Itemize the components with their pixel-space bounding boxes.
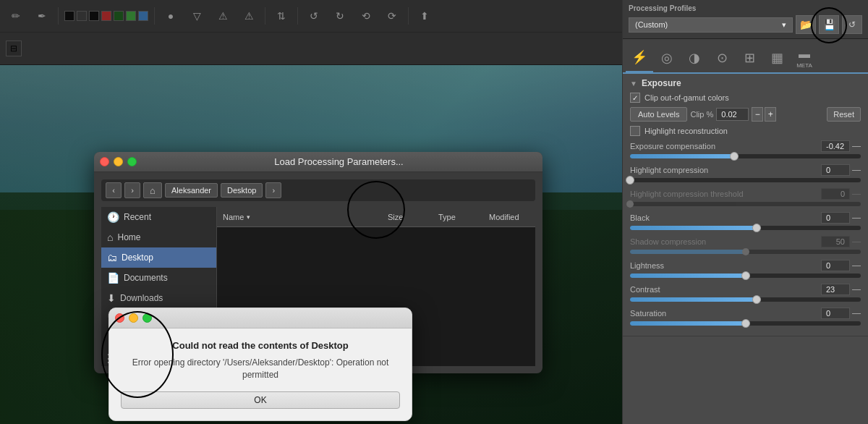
- contrast-value-row: 23 —: [821, 284, 861, 295]
- sc-track[interactable]: [630, 250, 861, 254]
- sc-label: Shadow compression: [630, 237, 706, 246]
- saturation-track[interactable]: [630, 321, 861, 326]
- hc-label: Highlight compression: [630, 166, 708, 174]
- nav-back-btn[interactable]: ‹: [106, 182, 122, 198]
- black-fill: [630, 226, 757, 230]
- auto-levels-row: Auto Levels Clip % 0.02 − + Reset: [630, 107, 861, 122]
- error-ok-btn[interactable]: OK: [121, 391, 400, 409]
- clip-colors-checkbox[interactable]: [630, 93, 640, 103]
- sidebar-item-recent[interactable]: 🕐 Recent: [101, 207, 216, 227]
- saturation-row: Saturation 0 —: [630, 308, 861, 326]
- contrast-expand[interactable]: —: [852, 284, 861, 294]
- hct-label: Highlight compression threshold: [630, 190, 744, 198]
- contrast-thumb[interactable]: [752, 295, 761, 304]
- tab-lens[interactable]: ⊙: [708, 43, 736, 72]
- black-thumb[interactable]: [752, 224, 761, 232]
- highlight-recon-checkbox[interactable]: [630, 126, 640, 136]
- exposure-comp-thumb[interactable]: [730, 152, 739, 161]
- lightness-value: 0: [821, 260, 850, 271]
- saturation-expand[interactable]: —: [852, 308, 861, 318]
- exposure-title: Exposure: [642, 78, 681, 88]
- exposure-comp-track[interactable]: [630, 154, 861, 158]
- lightness-row: Lightness 0 —: [630, 260, 861, 278]
- section-collapse-icon[interactable]: ▼: [630, 80, 637, 88]
- clip-pct-label: Clip %: [690, 110, 713, 119]
- contrast-label-row: Contrast 23 —: [630, 284, 861, 295]
- lightness-track[interactable]: [630, 274, 861, 278]
- sidebar-home-label: Home: [117, 232, 140, 242]
- error-dialog: Could not read the contents of Desktop E…: [109, 308, 412, 421]
- contrast-track[interactable]: [630, 297, 861, 302]
- sidebar-item-home[interactable]: ⌂ Home: [101, 227, 216, 247]
- panel-content: ▼ Exposure Clip out-of-gamut colors Auto…: [623, 74, 868, 424]
- error-close-btn[interactable]: [115, 313, 124, 323]
- col-name-header[interactable]: Name ▾: [217, 213, 383, 221]
- hct-expand[interactable]: —: [852, 189, 861, 199]
- nav-location-aleksander[interactable]: Aleksander: [165, 183, 218, 198]
- hct-value-row: 0 —: [821, 188, 861, 200]
- close-window-btn[interactable]: [100, 157, 109, 166]
- hc-track[interactable]: [630, 178, 861, 182]
- tab-detail[interactable]: ◎: [653, 43, 681, 72]
- hct-label-row: Highlight compression threshold 0 —: [630, 188, 861, 200]
- tab-grid[interactable]: ▦: [763, 43, 791, 72]
- nav-home-btn[interactable]: ⌂: [143, 182, 162, 198]
- tab-exposure[interactable]: ⚡: [626, 43, 653, 72]
- reset-profile-btn[interactable]: ↺: [842, 15, 862, 34]
- error-minimize-btn[interactable]: [129, 313, 138, 323]
- black-track[interactable]: [630, 226, 861, 230]
- error-titlebar: [109, 308, 412, 328]
- hct-thumb[interactable]: [626, 200, 634, 208]
- error-maximize-btn[interactable]: [142, 313, 152, 323]
- col-size-header[interactable]: Size: [383, 213, 434, 221]
- maximize-window-btn[interactable]: [127, 157, 137, 166]
- saturation-value-row: 0 —: [821, 308, 861, 319]
- save-profile-btn[interactable]: 💾: [819, 15, 839, 34]
- desktop-icon: 🗂: [107, 252, 117, 263]
- auto-levels-btn[interactable]: Auto Levels: [630, 107, 687, 122]
- tab-meta[interactable]: ▬ META: [791, 43, 818, 72]
- sidebar-item-desktop[interactable]: 🗂 Desktop: [101, 247, 216, 268]
- folder-open-btn[interactable]: 📂: [796, 15, 816, 34]
- sc-value-row: 50 —: [821, 236, 861, 247]
- reset-btn[interactable]: Reset: [827, 107, 861, 122]
- sidebar-item-documents[interactable]: 📄 Documents: [101, 268, 216, 288]
- profiles-dropdown[interactable]: (Custom) ▾: [629, 17, 793, 33]
- black-value: 0: [821, 212, 850, 224]
- lightness-thumb[interactable]: [741, 271, 750, 280]
- error-heading: Could not read the contents of Desktop: [121, 340, 400, 351]
- saturation-fill: [630, 321, 746, 326]
- hc-expand[interactable]: —: [852, 165, 861, 175]
- tab-color[interactable]: ◑: [681, 43, 708, 72]
- clip-plus-btn[interactable]: +: [765, 107, 776, 122]
- profiles-controls: (Custom) ▾ 📂 💾 ↺: [629, 15, 862, 34]
- sc-expand[interactable]: —: [852, 237, 861, 247]
- saturation-label-row: Saturation 0 —: [630, 308, 861, 319]
- minimize-window-btn[interactable]: [114, 157, 123, 166]
- black-row: Black 0 —: [630, 212, 861, 230]
- nav-forward-btn[interactable]: ›: [124, 182, 140, 198]
- lightness-label: Lightness: [630, 261, 664, 270]
- nav-next-btn[interactable]: ›: [265, 182, 281, 198]
- clip-value-box: 0.02: [716, 108, 749, 121]
- clip-minus-btn[interactable]: −: [752, 107, 763, 122]
- sc-thumb[interactable]: [742, 248, 749, 255]
- exposure-comp-label: Exposure compensation: [630, 142, 715, 150]
- col-modified-header[interactable]: Modified: [485, 213, 535, 221]
- nav-location-desktop[interactable]: Desktop: [221, 183, 263, 198]
- lightness-expand[interactable]: —: [852, 260, 861, 271]
- exposure-comp-expand[interactable]: —: [852, 141, 861, 151]
- sidebar-item-downloads[interactable]: ⬇ Downloads: [101, 288, 216, 308]
- lightness-label-row: Lightness 0 —: [630, 260, 861, 271]
- hc-thumb[interactable]: [626, 176, 634, 185]
- highlight-recon-label: Highlight reconstruction: [644, 127, 728, 135]
- clip-colors-row: Clip out-of-gamut colors: [630, 93, 861, 103]
- exposure-compensation-row: Exposure compensation -0.42 —: [630, 140, 861, 158]
- tab-transform[interactable]: ⊞: [736, 43, 763, 72]
- recent-icon: 🕐: [107, 211, 119, 223]
- file-list-header: Name ▾ Size Type Modified: [217, 207, 535, 227]
- saturation-thumb[interactable]: [741, 319, 750, 328]
- hct-track[interactable]: [630, 202, 861, 206]
- col-type-header[interactable]: Type: [434, 213, 485, 221]
- black-expand[interactable]: —: [852, 213, 861, 223]
